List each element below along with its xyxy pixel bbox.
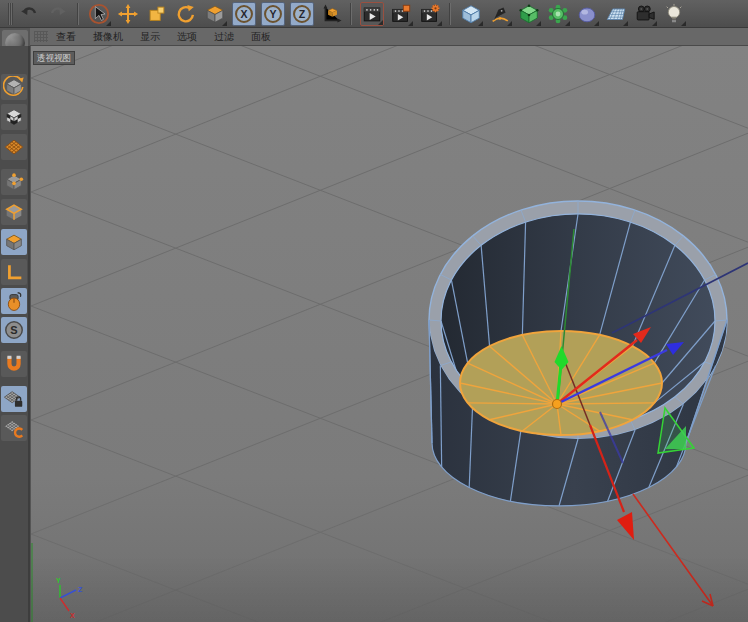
workplane-lock-button[interactable] <box>1 386 27 412</box>
snap-settings-icon: S <box>3 319 25 341</box>
points-mode-button[interactable] <box>1 169 27 195</box>
lock-z-axis-icon: Z <box>291 3 313 25</box>
gizmo-center-point[interactable] <box>553 400 562 409</box>
enable-axis-button[interactable] <box>1 259 27 285</box>
model-mode-button[interactable] <box>203 2 227 26</box>
perspective-viewport[interactable]: 透视视图 YZX <box>31 46 748 622</box>
environment-button[interactable] <box>604 2 628 26</box>
points-mode-icon <box>3 171 25 193</box>
viewport-menu-bar: 查看摄像机显示选项过滤面板 <box>30 28 748 46</box>
enable-axis-icon <box>3 261 25 283</box>
submenu-corner-icon <box>106 21 111 26</box>
workplane-align-icon <box>3 417 25 439</box>
selected-bottom-polygons[interactable] <box>460 331 662 435</box>
workplane-mode-icon <box>3 136 25 158</box>
workplane-lock-icon <box>3 388 25 410</box>
submenu-corner-icon <box>681 21 686 26</box>
submenu-corner-icon <box>507 21 512 26</box>
svg-text:Z: Z <box>299 7 306 19</box>
menu-item-2[interactable]: 显示 <box>140 30 160 44</box>
lock-z-axis-button[interactable]: Z <box>290 2 314 26</box>
edges-mode-button[interactable] <box>1 199 27 225</box>
submenu-corner-icon <box>408 21 413 26</box>
submenu-corner-icon <box>594 21 599 26</box>
toolbar-grip[interactable] <box>8 3 13 25</box>
toolbar-separator <box>447 3 454 25</box>
polygons-mode-button[interactable] <box>1 229 27 255</box>
menu-item-4[interactable]: 过滤 <box>214 30 234 44</box>
scale-tool[interactable] <box>145 2 169 26</box>
viewport-name-label[interactable]: 透视视图 <box>33 51 75 65</box>
menu-drag-handle-icon[interactable] <box>34 31 48 42</box>
workplane-align-button[interactable] <box>1 415 27 441</box>
generators-button[interactable] <box>546 2 570 26</box>
submenu-corner-icon <box>652 21 657 26</box>
make-editable-button[interactable] <box>1 74 27 100</box>
left-mode-sidebar: S <box>0 46 30 622</box>
spline-pen-button[interactable] <box>488 2 512 26</box>
render-view-button[interactable] <box>360 2 384 26</box>
render-picture-viewer-button[interactable] <box>389 2 413 26</box>
toolbar-separator <box>75 3 82 25</box>
scale-icon <box>146 3 168 25</box>
add-primitive-cube-button[interactable] <box>459 2 483 26</box>
coordinate-system-icon <box>320 3 342 25</box>
workplane-mode-button[interactable] <box>1 134 27 160</box>
viewport-solo-button[interactable] <box>1 288 27 314</box>
svg-text:S: S <box>10 324 17 336</box>
camera-button[interactable] <box>633 2 657 26</box>
polygons-mode-icon <box>3 231 25 253</box>
lock-y-axis-button[interactable]: Y <box>261 2 285 26</box>
svg-text:X: X <box>240 7 247 19</box>
submenu-corner-icon <box>437 21 442 26</box>
submenu-corner-icon <box>222 21 227 26</box>
rotate-tool[interactable] <box>174 2 198 26</box>
redo-button[interactable] <box>46 2 70 26</box>
submenu-corner-icon <box>536 21 541 26</box>
menu-item-5[interactable]: 面板 <box>251 30 271 44</box>
lock-x-axis-button[interactable]: X <box>232 2 256 26</box>
submenu-corner-icon <box>623 21 628 26</box>
texture-mode-button[interactable] <box>1 104 27 130</box>
cinema4d-window: { "window": {"title": "Cinema 4D viewpor… <box>0 0 748 622</box>
subdivision-surface-button[interactable] <box>517 2 541 26</box>
texture-mode-icon <box>3 106 25 128</box>
render-settings-button[interactable] <box>418 2 442 26</box>
viewport-solo-icon <box>3 290 25 312</box>
lock-x-axis-icon: X <box>233 3 255 25</box>
undo-icon <box>18 3 40 25</box>
submenu-corner-icon <box>478 21 483 26</box>
submenu-corner-icon <box>378 20 383 25</box>
scene-root: YZX <box>31 46 748 622</box>
undo-button[interactable] <box>17 2 41 26</box>
deformers-button[interactable] <box>575 2 599 26</box>
magnet-snap-button[interactable] <box>1 351 27 377</box>
toolbar-separator <box>348 3 355 25</box>
submenu-corner-icon <box>565 21 570 26</box>
top-toolbar: XYZ <box>0 0 748 28</box>
snap-settings-button[interactable]: S <box>1 317 27 343</box>
redo-icon <box>47 3 69 25</box>
menu-item-3[interactable]: 选项 <box>177 30 197 44</box>
rotate-icon <box>175 3 197 25</box>
menu-item-1[interactable]: 摄像机 <box>93 30 123 44</box>
svg-text:Y: Y <box>269 7 276 19</box>
magnet-snap-icon <box>3 353 25 375</box>
menu-item-0[interactable]: 查看 <box>56 30 76 44</box>
move-tool[interactable] <box>116 2 140 26</box>
edges-mode-icon <box>3 201 25 223</box>
move-icon <box>117 3 139 25</box>
coordinate-system-button[interactable] <box>319 2 343 26</box>
scene-canvas: YZX <box>31 46 748 622</box>
live-selection-tool[interactable] <box>87 2 111 26</box>
light-button[interactable] <box>662 2 686 26</box>
make-editable-icon <box>3 76 25 98</box>
lock-y-axis-icon: Y <box>262 3 284 25</box>
